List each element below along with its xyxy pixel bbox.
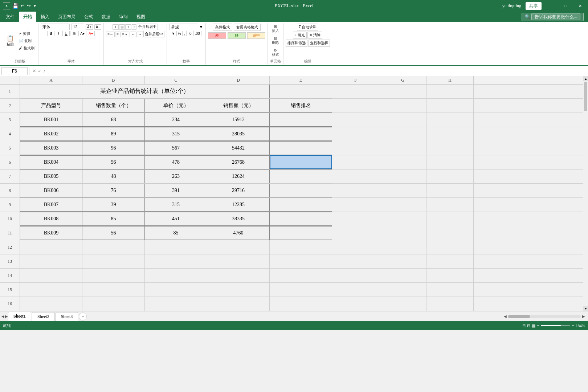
row-num-2[interactable]: 2 xyxy=(0,99,20,113)
cell-f13[interactable] xyxy=(332,254,379,268)
sheet-scroll-right[interactable]: ▶ xyxy=(5,314,8,318)
cell-a14[interactable] xyxy=(20,269,82,282)
find-select-button[interactable]: 查找和选择 xyxy=(308,40,330,47)
cell-h4[interactable] xyxy=(426,127,474,141)
normal-view-icon[interactable]: ⊞ xyxy=(522,323,526,328)
customize-icon[interactable]: ▼ xyxy=(33,4,37,8)
tab-view[interactable]: 视图 xyxy=(132,12,150,22)
tab-page-layout[interactable]: 页面布局 xyxy=(54,12,80,22)
quick-save-icon[interactable]: 💾 xyxy=(12,3,19,9)
tab-file[interactable]: 文件 xyxy=(1,12,19,22)
delete-cells-button[interactable]: ⊟删除 xyxy=(270,36,281,46)
cell-h13[interactable] xyxy=(426,254,474,268)
cell-f16[interactable] xyxy=(332,297,379,311)
cell-f1[interactable] xyxy=(332,85,379,98)
cell-e13[interactable] xyxy=(270,254,332,268)
row-num-7[interactable]: 7 xyxy=(0,170,20,183)
cell-c14[interactable] xyxy=(145,269,207,282)
formula-input[interactable] xyxy=(47,68,587,74)
row-num-8[interactable]: 8 xyxy=(0,184,20,197)
cell-g8[interactable] xyxy=(379,184,426,197)
col-header-e[interactable]: E xyxy=(270,76,332,84)
cell-f5[interactable] xyxy=(332,141,379,155)
row-num-12[interactable]: 12 xyxy=(0,240,20,254)
cell-h10[interactable] xyxy=(426,212,474,226)
cell-c7[interactable]: 263 xyxy=(145,170,207,183)
row-num-11[interactable]: 11 xyxy=(0,226,20,240)
scroll-track[interactable] xyxy=(583,81,588,306)
conditional-format-button[interactable]: 条件格式 xyxy=(213,24,232,31)
cell-a5[interactable]: BK003 xyxy=(20,141,82,155)
col-header-g[interactable]: G xyxy=(379,76,426,84)
cell-g11[interactable] xyxy=(379,226,426,240)
cell-c15[interactable] xyxy=(145,283,207,297)
cell-b15[interactable] xyxy=(82,283,145,297)
cell-c10[interactable]: 451 xyxy=(145,212,207,226)
cancel-formula-icon[interactable]: ✕ xyxy=(32,68,36,74)
cell-d6[interactable]: 26768 xyxy=(207,155,270,169)
row-num-5[interactable]: 5 xyxy=(0,141,20,155)
cell-b6[interactable]: 56 xyxy=(82,155,145,169)
number-format-input[interactable] xyxy=(169,24,198,30)
cell-h7[interactable] xyxy=(426,170,474,183)
cell-e9[interactable] xyxy=(270,198,332,212)
cell-h1[interactable] xyxy=(426,85,474,98)
cell-e14[interactable] xyxy=(270,269,332,282)
cell-d10[interactable]: 38335 xyxy=(207,212,270,226)
underline-button[interactable]: U xyxy=(62,31,70,36)
cell-d11[interactable]: 4760 xyxy=(207,226,270,240)
share-button[interactable]: 共享 xyxy=(526,2,542,10)
add-sheet-button[interactable]: + xyxy=(79,313,87,320)
cell-h9[interactable] xyxy=(426,198,474,212)
cell-a7[interactable]: BK005 xyxy=(20,170,82,183)
cell-c3[interactable]: 234 xyxy=(145,113,207,127)
row-num-16[interactable]: 16 xyxy=(0,297,20,311)
row-num-14[interactable]: 14 xyxy=(0,269,20,282)
cell-f7[interactable] xyxy=(332,170,379,183)
cell-e1[interactable] xyxy=(270,85,332,98)
minimize-button[interactable]: ─ xyxy=(546,2,556,10)
cell-c12[interactable] xyxy=(145,240,207,254)
h-scroll-left[interactable]: ◀ xyxy=(504,314,507,318)
cell-d9[interactable]: 12285 xyxy=(207,198,270,212)
cell-h12[interactable] xyxy=(426,240,474,254)
align-center[interactable]: ≡ xyxy=(115,32,120,37)
align-left[interactable]: ≡← xyxy=(106,32,115,37)
cell-e15[interactable] xyxy=(270,283,332,297)
cell-g14[interactable] xyxy=(379,269,426,282)
border-button[interactable]: ⊞ xyxy=(70,31,78,36)
cell-a8[interactable]: BK006 xyxy=(20,184,82,197)
cell-c4[interactable]: 315 xyxy=(145,127,207,141)
cell-a15[interactable] xyxy=(20,283,82,297)
cell-e3[interactable] xyxy=(270,113,332,127)
number-format-dropdown[interactable]: ▼ xyxy=(199,24,203,30)
increase-decimal[interactable]: .00 xyxy=(193,31,201,36)
cell-c13[interactable] xyxy=(145,254,207,268)
cell-h6[interactable] xyxy=(426,155,474,169)
col-header-b[interactable]: B xyxy=(82,76,145,84)
align-bottom[interactable]: ⊥ xyxy=(125,24,131,30)
cell-f3[interactable] xyxy=(332,113,379,127)
cell-a13[interactable] xyxy=(20,254,82,268)
cell-d15[interactable] xyxy=(207,283,270,297)
cell-d4[interactable]: 28035 xyxy=(207,127,270,141)
cell-g9[interactable] xyxy=(379,198,426,212)
cell-h15[interactable] xyxy=(426,283,474,297)
cell-reference-box[interactable] xyxy=(1,67,28,75)
style-neutral[interactable]: 适中 xyxy=(247,32,265,39)
cell-e5[interactable] xyxy=(270,141,332,155)
cell-b16[interactable] xyxy=(82,297,145,311)
redo-icon[interactable]: ↪ xyxy=(27,3,31,9)
zoom-slider[interactable] xyxy=(541,325,570,326)
cell-f10[interactable] xyxy=(332,212,379,226)
tab-data[interactable]: 数据 xyxy=(97,12,115,22)
format-cells-button[interactable]: ⚙格式 xyxy=(270,48,281,58)
page-layout-view-icon[interactable]: ⊟ xyxy=(527,323,530,328)
cell-b9[interactable]: 39 xyxy=(82,198,145,212)
scroll-thumb[interactable] xyxy=(584,82,587,111)
font-size-increase[interactable]: A↑ xyxy=(86,24,93,30)
cell-a11[interactable]: BK009 xyxy=(20,226,82,240)
cell-a12[interactable] xyxy=(20,240,82,254)
italic-button[interactable]: I xyxy=(55,31,62,36)
cell-b12[interactable] xyxy=(82,240,145,254)
